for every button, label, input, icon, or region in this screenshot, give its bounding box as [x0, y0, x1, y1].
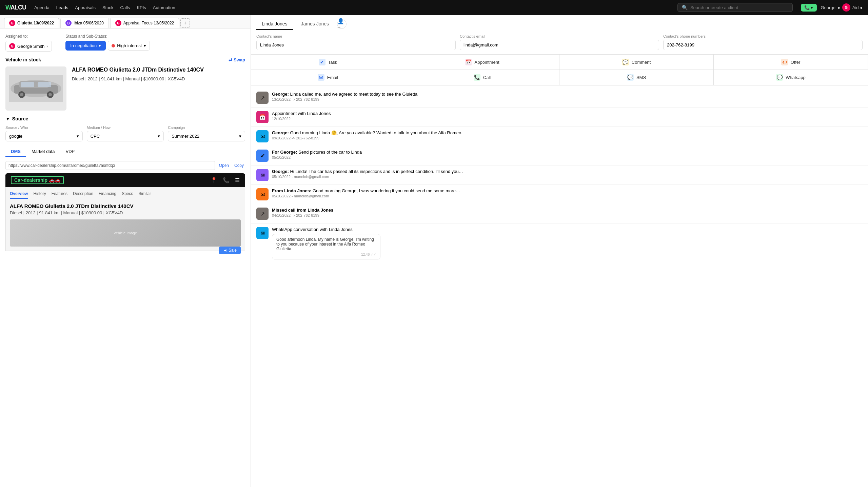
user-dot: ● [837, 5, 840, 10]
preview-nav-similar[interactable]: Similar [139, 191, 151, 199]
list-item[interactable]: ✉ George: Good morning Linda 🤗, Are you … [251, 127, 868, 146]
list-item[interactable]: ✉ George: Hi Linda! The car has passed a… [251, 165, 868, 185]
appointment-button[interactable]: 📅 Appointment [405, 55, 559, 70]
whatsapp-button[interactable]: 💬 Whatsapp [714, 70, 868, 85]
nav-kpis[interactable]: KPIs [137, 5, 146, 10]
contact-email-input[interactable] [460, 40, 659, 50]
chevron-down-icon: ▾ [77, 134, 79, 139]
timeline-content: Appointment with Linda Jones 12/10/2022 [272, 111, 863, 121]
action-buttons: ✔ Task 📅 Appointment 💬 Comment 🏷 Offer ✉… [251, 55, 868, 85]
vehicle-card: ALFA ROMEO Giulietta 2.0 JTDm Distinctiv… [5, 66, 245, 111]
preview-nav-overview[interactable]: Overview [10, 191, 28, 199]
source-medium-field: Medium / How CPC ▾ [87, 125, 164, 141]
location-icon: 📍 [211, 177, 217, 183]
nav-calls[interactable]: Calls [120, 5, 130, 10]
status-label: Status and Sub-Status: [65, 34, 150, 39]
task-button[interactable]: ✔ Task [251, 55, 405, 70]
preview-nav-financing[interactable]: Financing [99, 191, 116, 199]
timeline-content: George: Good morning Linda 🤗, Are you av… [272, 130, 863, 140]
menu-icon: ☰ [235, 177, 240, 183]
source-section: ▼ Source Source / Who google ▾ Medium / … [5, 116, 245, 141]
appointment-icon: 📅 [465, 59, 472, 65]
timeline-content: George: Hi Linda! The car has passed all… [272, 169, 863, 179]
timeline-content: From Linda Jones: Good morning George, I… [272, 188, 863, 198]
source-campaign-select[interactable]: Summer 2022 ▾ [168, 131, 245, 141]
contact-tab-linda[interactable]: Linda Jones [256, 18, 293, 30]
list-item[interactable]: 📅 Appointment with Linda Jones 12/10/202… [251, 108, 868, 127]
source-who-select[interactable]: google ▾ [5, 131, 83, 141]
assigned-select[interactable]: G George Smith ▾ [5, 41, 52, 52]
list-item[interactable]: ✉ From Linda Jones: Good morning George,… [251, 185, 868, 204]
contact-tab-james[interactable]: James Jones [296, 18, 334, 30]
image-placeholder-text: Vehicle Image [114, 231, 137, 235]
timeline-title: George: Linda called me, and we agreed t… [272, 92, 863, 97]
contact-phone-input[interactable] [663, 40, 863, 50]
search-input[interactable] [690, 5, 788, 10]
contact-name-input[interactable] [256, 40, 456, 50]
assigned-avatar: G [9, 43, 15, 49]
preview-nav-history[interactable]: History [33, 191, 46, 199]
nav-leads[interactable]: Leads [56, 5, 68, 10]
list-item[interactable]: ↗ Missed call from Linda Jones 04/10/202… [251, 204, 868, 223]
status-field: Status and Sub-Status: In negotiation ▾ … [65, 34, 150, 52]
nav-agenda[interactable]: Agenda [34, 5, 50, 10]
swap-button[interactable]: ⇄ Swap [229, 57, 245, 62]
timeline-icon-appointment: 📅 [256, 111, 269, 123]
timeline-meta: 12/10/2022 [272, 117, 863, 121]
preview-nav-description[interactable]: Description [73, 191, 93, 199]
comment-button[interactable]: 💬 Comment [559, 55, 714, 70]
chevron-down-icon: ▾ [144, 43, 146, 48]
logo: WALCU [5, 4, 26, 11]
timeline-content: WhatsApp conversation with Linda Jones G… [272, 227, 863, 259]
open-button[interactable]: Open [218, 162, 230, 169]
source-medium-select[interactable]: CPC ▾ [87, 131, 164, 141]
tab-ibiza[interactable]: B Ibiza 05/06/2020 [60, 18, 109, 28]
preview-bar: Car-dealership 🚗🚗 📍 📞 ☰ [5, 173, 245, 187]
tab-market-data[interactable]: Market data [26, 147, 60, 157]
source-who-value: google [9, 134, 22, 139]
add-contact-button[interactable]: 👤+ [337, 19, 347, 29]
tab-label-giuletta: Giuletta 13/09/2022 [17, 21, 54, 25]
offer-icon: 🏷 [781, 59, 788, 65]
tab-giuletta[interactable]: G Giuletta 13/09/2022 [4, 18, 59, 28]
list-item[interactable]: ✔ For George: Send pictures of the car t… [251, 146, 868, 165]
tab-vdp[interactable]: VDP [60, 147, 80, 157]
source-section-header[interactable]: ▼ Source [5, 116, 245, 121]
sub-tabs: DMS Market data VDP [5, 147, 245, 157]
left-panel: G Giuletta 13/09/2022 B Ibiza 05/06/2020… [0, 15, 251, 487]
phone-icon: 📞 [223, 177, 230, 183]
timeline-meta: 05/10/2022 [272, 155, 863, 159]
vehicle-info: ALFA ROMEO Giulietta 2.0 JTDm Distinctiv… [72, 66, 204, 111]
nav-appraisals[interactable]: Appraisals [75, 5, 96, 10]
status-button[interactable]: In negotiation ▾ [65, 41, 106, 51]
contact-phone-label: Contact's phone numbers [663, 34, 863, 38]
call-action-button[interactable]: 📞 Call [405, 70, 559, 85]
whatsapp-bubble: Good afternoon Linda, My name is George,… [272, 234, 380, 259]
preview-nav-features[interactable]: Features [52, 191, 67, 199]
contact-email-field: Contact's email [460, 34, 659, 50]
add-tab-button[interactable]: + [180, 18, 190, 28]
offer-button[interactable]: 🏷 Offer [714, 55, 868, 70]
task-label: Task [328, 60, 337, 65]
tab-dms[interactable]: DMS [5, 147, 26, 157]
nav-stock[interactable]: Stock [102, 5, 114, 10]
vehicle-section-header: Vehicle in stock ⇄ Swap [5, 57, 245, 62]
nav-links: Agenda Leads Appraisals Stock Calls KPIs… [34, 5, 175, 10]
preview-title: ALFA ROMEO Giulietta 2.0 JTDm Distinctiv… [10, 203, 241, 209]
email-button[interactable]: ✉ Email [251, 70, 405, 85]
list-item[interactable]: ↗ George: Linda called me, and we agreed… [251, 88, 868, 108]
tab-appraisal[interactable]: G Appraisal Focus 13/05/2022 [110, 18, 179, 28]
copy-button[interactable]: Copy [233, 162, 245, 169]
timeline-content: For George: Send pictures of the car to … [272, 150, 863, 159]
preview-nav-specs[interactable]: Specs [122, 191, 133, 199]
search-bar[interactable]: 🔍 [677, 3, 793, 12]
source-campaign-value: Summer 2022 [172, 134, 199, 139]
call-button[interactable]: 📞 ▾ [801, 4, 817, 12]
interest-value: High interest [117, 43, 142, 48]
timeline-content: George: Linda called me, and we agreed t… [272, 92, 863, 101]
nav-automation[interactable]: Automation [153, 5, 175, 10]
list-item[interactable]: ✉ WhatsApp conversation with Linda Jones… [251, 223, 868, 263]
interest-button[interactable]: High interest ▾ [108, 41, 150, 51]
svg-rect-8 [21, 82, 34, 87]
sms-button[interactable]: 💬 SMS [559, 70, 714, 85]
